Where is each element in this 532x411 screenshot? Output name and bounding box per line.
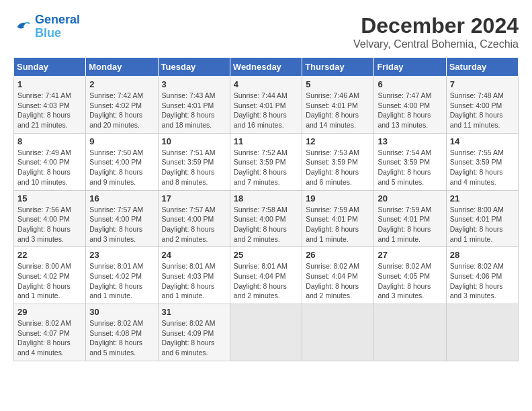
calendar-cell: 27Sunrise: 8:02 AMSunset: 4:05 PMDayligh… [374, 247, 446, 304]
day-number: 1 [17, 79, 82, 89]
day-info: Sunrise: 7:52 AMSunset: 3:59 PMDaylight:… [234, 148, 298, 187]
day-info: Sunrise: 8:00 AMSunset: 4:02 PMDaylight:… [17, 261, 82, 301]
logo-icon [13, 17, 32, 36]
day-number: 15 [17, 193, 82, 203]
calendar-cell: 9Sunrise: 7:50 AMSunset: 4:00 PMDaylight… [86, 133, 158, 190]
day-info: Sunrise: 7:58 AMSunset: 4:00 PMDaylight:… [234, 205, 298, 244]
calendar-cell: 2Sunrise: 7:42 AMSunset: 4:02 PMDaylight… [86, 77, 158, 134]
day-info: Sunrise: 7:49 AMSunset: 4:00 PMDaylight:… [17, 148, 82, 187]
day-info: Sunrise: 8:02 AMSunset: 4:08 PMDaylight:… [89, 318, 154, 358]
day-number: 29 [17, 307, 82, 317]
day-info: Sunrise: 7:47 AMSunset: 4:00 PMDaylight:… [378, 91, 442, 130]
day-number: 8 [17, 136, 82, 146]
calendar-cell: 14Sunrise: 7:55 AMSunset: 3:59 PMDayligh… [446, 133, 518, 190]
day-number: 4 [234, 79, 298, 89]
day-info: Sunrise: 8:01 AMSunset: 4:02 PMDaylight:… [89, 261, 154, 301]
day-number: 19 [306, 193, 370, 203]
day-info: Sunrise: 8:02 AMSunset: 4:04 PMDaylight:… [306, 261, 370, 301]
day-number: 21 [450, 193, 515, 203]
weekday-header: Saturday [446, 58, 518, 77]
calendar-cell: 11Sunrise: 7:52 AMSunset: 3:59 PMDayligh… [230, 133, 302, 190]
day-number: 30 [89, 307, 154, 317]
calendar-cell: 16Sunrise: 7:57 AMSunset: 4:00 PMDayligh… [86, 190, 158, 247]
day-number: 16 [89, 193, 154, 203]
calendar-week-row: 1Sunrise: 7:41 AMSunset: 4:03 PMDaylight… [14, 77, 519, 134]
day-number: 31 [162, 307, 226, 317]
day-info: Sunrise: 7:50 AMSunset: 4:00 PMDaylight:… [89, 148, 154, 187]
calendar-week-row: 29Sunrise: 8:02 AMSunset: 4:07 PMDayligh… [14, 304, 519, 361]
day-info: Sunrise: 8:01 AMSunset: 4:03 PMDaylight:… [162, 261, 226, 301]
calendar-cell: 18Sunrise: 7:58 AMSunset: 4:00 PMDayligh… [230, 190, 302, 247]
calendar-cell [374, 304, 446, 361]
calendar-cell: 7Sunrise: 7:48 AMSunset: 4:00 PMDaylight… [446, 77, 518, 134]
day-number: 12 [306, 136, 370, 146]
title-block: December 2024 Velvary, Central Bohemia, … [353, 13, 519, 50]
day-number: 2 [89, 79, 154, 89]
day-info: Sunrise: 7:54 AMSunset: 3:59 PMDaylight:… [378, 148, 442, 187]
day-info: Sunrise: 7:41 AMSunset: 4:03 PMDaylight:… [17, 91, 82, 130]
day-number: 25 [234, 250, 298, 260]
calendar-week-row: 15Sunrise: 7:56 AMSunset: 4:00 PMDayligh… [14, 190, 519, 247]
day-info: Sunrise: 8:02 AMSunset: 4:09 PMDaylight:… [162, 318, 226, 358]
day-number: 26 [306, 250, 370, 260]
day-info: Sunrise: 7:59 AMSunset: 4:01 PMDaylight:… [378, 205, 442, 244]
day-number: 7 [450, 79, 515, 89]
calendar-table: SundayMondayTuesdayWednesdayThursdayFrid… [13, 57, 519, 361]
calendar-cell: 30Sunrise: 8:02 AMSunset: 4:08 PMDayligh… [86, 304, 158, 361]
calendar-week-row: 8Sunrise: 7:49 AMSunset: 4:00 PMDaylight… [14, 133, 519, 190]
calendar-cell: 10Sunrise: 7:51 AMSunset: 3:59 PMDayligh… [158, 133, 230, 190]
day-number: 3 [162, 79, 226, 89]
calendar-cell: 5Sunrise: 7:46 AMSunset: 4:01 PMDaylight… [302, 77, 374, 134]
calendar-cell: 3Sunrise: 7:43 AMSunset: 4:01 PMDaylight… [158, 77, 230, 134]
weekday-header: Monday [86, 58, 158, 77]
day-number: 18 [234, 193, 298, 203]
weekday-header: Friday [374, 58, 446, 77]
calendar-cell: 22Sunrise: 8:00 AMSunset: 4:02 PMDayligh… [14, 247, 86, 304]
calendar-cell: 8Sunrise: 7:49 AMSunset: 4:00 PMDaylight… [14, 133, 86, 190]
logo-text: General Blue [35, 13, 80, 40]
calendar-cell: 31Sunrise: 8:02 AMSunset: 4:09 PMDayligh… [158, 304, 230, 361]
calendar-cell: 15Sunrise: 7:56 AMSunset: 4:00 PMDayligh… [14, 190, 86, 247]
day-number: 14 [450, 136, 515, 146]
day-number: 27 [378, 250, 442, 260]
day-info: Sunrise: 8:02 AMSunset: 4:06 PMDaylight:… [450, 261, 515, 301]
calendar-cell: 23Sunrise: 8:01 AMSunset: 4:02 PMDayligh… [86, 247, 158, 304]
day-info: Sunrise: 7:44 AMSunset: 4:01 PMDaylight:… [234, 91, 298, 130]
calendar-cell: 13Sunrise: 7:54 AMSunset: 3:59 PMDayligh… [374, 133, 446, 190]
logo: General Blue [13, 13, 80, 40]
day-number: 24 [162, 250, 226, 260]
day-info: Sunrise: 7:55 AMSunset: 3:59 PMDaylight:… [450, 148, 515, 187]
calendar-week-row: 22Sunrise: 8:00 AMSunset: 4:02 PMDayligh… [14, 247, 519, 304]
day-info: Sunrise: 7:46 AMSunset: 4:01 PMDaylight:… [306, 91, 370, 130]
day-info: Sunrise: 7:53 AMSunset: 3:59 PMDaylight:… [306, 148, 370, 187]
day-number: 17 [162, 193, 226, 203]
day-info: Sunrise: 7:51 AMSunset: 3:59 PMDaylight:… [162, 148, 226, 187]
day-number: 10 [162, 136, 226, 146]
day-info: Sunrise: 7:57 AMSunset: 4:00 PMDaylight:… [162, 205, 226, 244]
weekday-header: Sunday [14, 58, 86, 77]
day-info: Sunrise: 7:56 AMSunset: 4:00 PMDaylight:… [17, 205, 82, 244]
page-title: December 2024 [353, 13, 519, 38]
day-info: Sunrise: 8:02 AMSunset: 4:07 PMDaylight:… [17, 318, 82, 358]
calendar-cell: 28Sunrise: 8:02 AMSunset: 4:06 PMDayligh… [446, 247, 518, 304]
day-number: 28 [450, 250, 515, 260]
day-number: 20 [378, 193, 442, 203]
day-number: 6 [378, 79, 442, 89]
calendar-cell: 17Sunrise: 7:57 AMSunset: 4:00 PMDayligh… [158, 190, 230, 247]
calendar-cell: 26Sunrise: 8:02 AMSunset: 4:04 PMDayligh… [302, 247, 374, 304]
day-number: 23 [89, 250, 154, 260]
page-header: General Blue December 2024 Velvary, Cent… [13, 13, 519, 50]
calendar-cell: 21Sunrise: 8:00 AMSunset: 4:01 PMDayligh… [446, 190, 518, 247]
calendar-cell: 6Sunrise: 7:47 AMSunset: 4:00 PMDaylight… [374, 77, 446, 134]
day-number: 13 [378, 136, 442, 146]
calendar-header: SundayMondayTuesdayWednesdayThursdayFrid… [14, 58, 519, 77]
page-subtitle: Velvary, Central Bohemia, Czechia [353, 38, 519, 50]
calendar-cell [446, 304, 518, 361]
day-number: 5 [306, 79, 370, 89]
day-info: Sunrise: 7:48 AMSunset: 4:00 PMDaylight:… [450, 91, 515, 130]
calendar-cell: 24Sunrise: 8:01 AMSunset: 4:03 PMDayligh… [158, 247, 230, 304]
day-info: Sunrise: 8:01 AMSunset: 4:04 PMDaylight:… [234, 261, 298, 301]
calendar-cell [302, 304, 374, 361]
calendar-cell: 19Sunrise: 7:59 AMSunset: 4:01 PMDayligh… [302, 190, 374, 247]
day-info: Sunrise: 7:57 AMSunset: 4:00 PMDaylight:… [89, 205, 154, 244]
